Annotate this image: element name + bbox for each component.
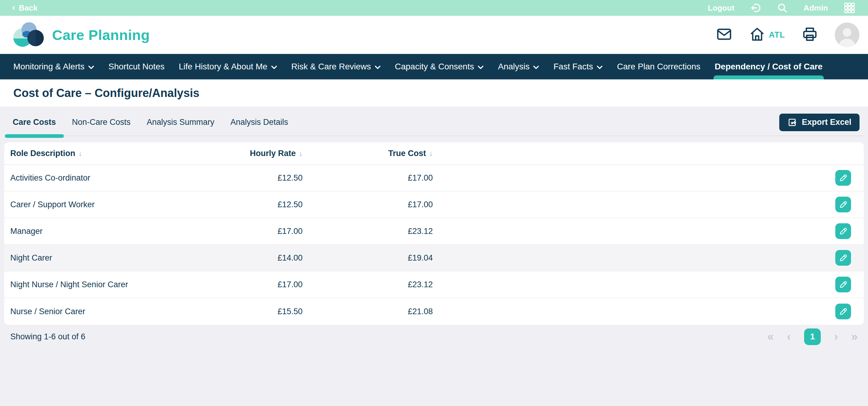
page: ‹ Back Logout Admin [0, 0, 868, 406]
table-footer: Showing 1-6 out of 6 « ‹ 1 › » [4, 325, 864, 348]
nav-item-label: Shortcut Notes [108, 62, 164, 71]
main-nav: Monitoring & Alerts Shortcut Notes Life [0, 54, 868, 79]
logout-icon[interactable] [750, 2, 761, 13]
cell-hourly-rate: £15.50 [186, 307, 303, 316]
nav-item-label: Capacity & Consents [395, 62, 474, 71]
table-header-row: Role Description ↓ Hourly Rate ↓ True Co… [4, 142, 864, 165]
apps-grid-icon[interactable] [844, 2, 855, 13]
cell-hourly-rate: £12.50 [186, 200, 303, 209]
table-row: Activities Co-ordinator £12.50 £17.00 [4, 165, 864, 192]
search-icon[interactable] [777, 2, 788, 13]
nav-item-label: Analysis [498, 62, 529, 71]
cell-true-cost: £23.12 [303, 280, 433, 289]
chevron-down-icon [375, 65, 381, 69]
tab[interactable]: Analysis Details [230, 107, 288, 138]
content: Care Costs Non-Care Costs Analysis Summa… [0, 107, 868, 406]
nav-item-label: Dependency / Cost of Care [715, 62, 823, 71]
chevron-down-icon [271, 65, 277, 69]
pencil-icon [839, 253, 848, 262]
first-page-button[interactable]: « [767, 331, 774, 342]
table-row: Carer / Support Worker £12.50 £17.00 [4, 192, 864, 218]
tab[interactable]: Non-Care Costs [72, 107, 131, 138]
chevron-down-icon [88, 65, 94, 69]
back-chevron-icon: ‹ [12, 3, 15, 12]
edit-row-button[interactable] [835, 197, 851, 212]
header-actions: ATL [716, 22, 860, 47]
sort-icon[interactable]: ↓ [429, 149, 433, 158]
export-excel-button[interactable]: Export Excel [779, 114, 860, 131]
column-header-true-cost[interactable]: True Cost ↓ [303, 149, 433, 158]
edit-row-button[interactable] [835, 170, 851, 186]
top-bar: ‹ Back Logout Admin [0, 0, 868, 16]
column-header-role[interactable]: Role Description ↓ [10, 149, 186, 158]
cell-true-cost: £23.12 [303, 227, 433, 236]
tab-label: Analysis Details [230, 118, 288, 127]
prev-page-button[interactable]: ‹ [787, 331, 791, 342]
edit-row-button[interactable] [835, 303, 851, 319]
tab[interactable]: Analysis Summary [147, 107, 214, 138]
results-summary: Showing 1-6 out of 6 [10, 332, 85, 342]
pencil-icon [839, 200, 848, 209]
chevron-down-icon [477, 65, 484, 69]
export-label: Export Excel [802, 118, 851, 127]
cell-true-cost: £17.00 [303, 173, 433, 183]
next-page-button[interactable]: › [834, 331, 838, 342]
cell-role: Night Carer [10, 253, 186, 263]
tab[interactable]: Care Costs [13, 107, 56, 138]
page-title-row: Cost of Care – Configure/Analysis [0, 79, 868, 107]
app-logo [13, 20, 45, 49]
sort-icon[interactable]: ↓ [299, 149, 303, 158]
app-title: Care Planning [52, 27, 150, 43]
avatar[interactable] [835, 22, 860, 47]
cell-true-cost: £21.08 [303, 307, 433, 316]
table-row: Night Carer £14.00 £19.04 [4, 245, 864, 271]
pencil-icon [839, 227, 848, 236]
home-icon [749, 26, 765, 44]
pencil-icon [839, 280, 848, 289]
export-icon [787, 118, 797, 127]
nav-item[interactable]: Risk & Care Reviews [291, 54, 381, 79]
edit-row-button[interactable] [835, 277, 851, 292]
pencil-icon [839, 307, 848, 316]
column-header-hourly-rate[interactable]: Hourly Rate ↓ [186, 149, 303, 158]
edit-row-button[interactable] [835, 250, 851, 266]
nav-item-label: Life History & About Me [179, 62, 268, 71]
nav-item-label: Risk & Care Reviews [291, 62, 371, 71]
cell-role: Carer / Support Worker [10, 200, 186, 209]
last-page-button[interactable]: » [851, 331, 858, 342]
cell-true-cost: £19.04 [303, 253, 433, 263]
cell-hourly-rate: £17.00 [186, 280, 303, 289]
admin-link[interactable]: Admin [804, 3, 828, 13]
chevron-down-icon [533, 65, 539, 69]
nav-item[interactable]: Shortcut Notes [108, 54, 164, 79]
cell-role: Nurse / Senior Carer [10, 307, 186, 316]
nav-item[interactable]: Dependency / Cost of Care [715, 54, 823, 79]
nav-item[interactable]: Care Plan Corrections [617, 54, 700, 79]
nav-item-label: Fast Facts [553, 62, 593, 71]
mail-icon[interactable] [716, 26, 733, 44]
back-button[interactable]: ‹ Back [12, 3, 37, 13]
cell-role: Manager [10, 227, 186, 236]
tab-label: Non-Care Costs [72, 118, 131, 127]
edit-row-button[interactable] [835, 223, 851, 239]
nav-item[interactable]: Analysis [498, 54, 539, 79]
nav-item-label: Monitoring & Alerts [13, 62, 85, 71]
nav-item[interactable]: Monitoring & Alerts [13, 54, 94, 79]
page-background [4, 348, 864, 406]
pencil-icon [839, 173, 848, 182]
home-group[interactable]: ATL [749, 26, 785, 44]
cell-hourly-rate: £17.00 [186, 227, 303, 236]
top-bar-right: Logout Admin [708, 2, 855, 13]
nav-item[interactable]: Capacity & Consents [395, 54, 484, 79]
cell-role: Night Nurse / Night Senior Carer [10, 280, 186, 289]
page-number-button[interactable]: 1 [804, 328, 821, 345]
cell-hourly-rate: £14.00 [186, 253, 303, 263]
print-icon[interactable] [801, 26, 818, 44]
nav-item[interactable]: Fast Facts [553, 54, 603, 79]
nav-item[interactable]: Life History & About Me [179, 54, 277, 79]
sort-icon[interactable]: ↓ [79, 149, 82, 158]
logout-link[interactable]: Logout [708, 3, 735, 13]
cell-hourly-rate: £12.50 [186, 173, 303, 183]
cell-role: Activities Co-ordinator [10, 173, 186, 183]
pagination: « ‹ 1 › » [767, 328, 858, 345]
